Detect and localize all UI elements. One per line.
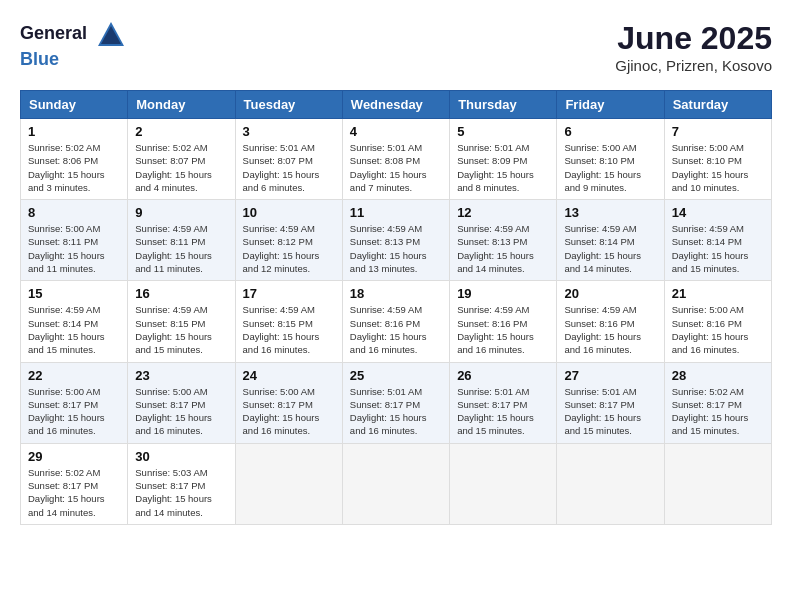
day-info: Sunrise: 4:59 AMSunset: 8:13 PMDaylight:… [457,222,549,275]
col-monday: Monday [128,91,235,119]
table-row: 22Sunrise: 5:00 AMSunset: 8:17 PMDayligh… [21,362,128,443]
calendar-subtitle: Gjinoc, Prizren, Kosovo [615,57,772,74]
day-info: Sunrise: 5:01 AMSunset: 8:17 PMDaylight:… [350,385,442,438]
day-info: Sunrise: 5:01 AMSunset: 8:07 PMDaylight:… [243,141,335,194]
table-row: 23Sunrise: 5:00 AMSunset: 8:17 PMDayligh… [128,362,235,443]
day-info: Sunrise: 5:00 AMSunset: 8:16 PMDaylight:… [672,303,764,356]
day-info: Sunrise: 5:03 AMSunset: 8:17 PMDaylight:… [135,466,227,519]
day-number: 11 [350,205,442,220]
day-info: Sunrise: 5:02 AMSunset: 8:17 PMDaylight:… [28,466,120,519]
calendar-week-row: 22Sunrise: 5:00 AMSunset: 8:17 PMDayligh… [21,362,772,443]
day-number: 2 [135,124,227,139]
day-number: 30 [135,449,227,464]
day-info: Sunrise: 5:00 AMSunset: 8:17 PMDaylight:… [135,385,227,438]
calendar-table: Sunday Monday Tuesday Wednesday Thursday… [20,90,772,525]
day-info: Sunrise: 5:00 AMSunset: 8:17 PMDaylight:… [28,385,120,438]
logo-text: General Blue [20,20,126,70]
day-number: 4 [350,124,442,139]
day-info: Sunrise: 4:59 AMSunset: 8:14 PMDaylight:… [672,222,764,275]
calendar-week-row: 15Sunrise: 4:59 AMSunset: 8:14 PMDayligh… [21,281,772,362]
col-thursday: Thursday [450,91,557,119]
table-row: 26Sunrise: 5:01 AMSunset: 8:17 PMDayligh… [450,362,557,443]
day-number: 19 [457,286,549,301]
table-row [342,443,449,524]
table-row: 6Sunrise: 5:00 AMSunset: 8:10 PMDaylight… [557,119,664,200]
col-saturday: Saturday [664,91,771,119]
logo-general: General [20,20,126,50]
day-info: Sunrise: 5:01 AMSunset: 8:17 PMDaylight:… [564,385,656,438]
table-row: 13Sunrise: 4:59 AMSunset: 8:14 PMDayligh… [557,200,664,281]
day-info: Sunrise: 4:59 AMSunset: 8:16 PMDaylight:… [457,303,549,356]
table-row: 18Sunrise: 4:59 AMSunset: 8:16 PMDayligh… [342,281,449,362]
day-number: 10 [243,205,335,220]
table-row: 11Sunrise: 4:59 AMSunset: 8:13 PMDayligh… [342,200,449,281]
day-number: 9 [135,205,227,220]
logo-blue-text: Blue [20,50,126,70]
table-row: 9Sunrise: 4:59 AMSunset: 8:11 PMDaylight… [128,200,235,281]
day-number: 17 [243,286,335,301]
table-row [557,443,664,524]
table-row: 12Sunrise: 4:59 AMSunset: 8:13 PMDayligh… [450,200,557,281]
day-number: 23 [135,368,227,383]
day-info: Sunrise: 4:59 AMSunset: 8:16 PMDaylight:… [564,303,656,356]
logo-general-text: General [20,23,87,43]
day-info: Sunrise: 5:02 AMSunset: 8:06 PMDaylight:… [28,141,120,194]
day-number: 26 [457,368,549,383]
calendar-week-row: 29Sunrise: 5:02 AMSunset: 8:17 PMDayligh… [21,443,772,524]
table-row: 28Sunrise: 5:02 AMSunset: 8:17 PMDayligh… [664,362,771,443]
table-row: 25Sunrise: 5:01 AMSunset: 8:17 PMDayligh… [342,362,449,443]
day-info: Sunrise: 5:01 AMSunset: 8:09 PMDaylight:… [457,141,549,194]
calendar-week-row: 8Sunrise: 5:00 AMSunset: 8:11 PMDaylight… [21,200,772,281]
table-row: 27Sunrise: 5:01 AMSunset: 8:17 PMDayligh… [557,362,664,443]
day-number: 15 [28,286,120,301]
calendar-title: June 2025 [615,20,772,57]
table-row: 21Sunrise: 5:00 AMSunset: 8:16 PMDayligh… [664,281,771,362]
table-row: 30Sunrise: 5:03 AMSunset: 8:17 PMDayligh… [128,443,235,524]
col-tuesday: Tuesday [235,91,342,119]
day-number: 18 [350,286,442,301]
page-header: General Blue June 2025 Gjinoc, Prizren, … [20,20,772,74]
day-info: Sunrise: 5:02 AMSunset: 8:07 PMDaylight:… [135,141,227,194]
day-info: Sunrise: 5:00 AMSunset: 8:10 PMDaylight:… [672,141,764,194]
day-number: 1 [28,124,120,139]
day-info: Sunrise: 5:01 AMSunset: 8:17 PMDaylight:… [457,385,549,438]
table-row: 10Sunrise: 4:59 AMSunset: 8:12 PMDayligh… [235,200,342,281]
day-info: Sunrise: 5:00 AMSunset: 8:11 PMDaylight:… [28,222,120,275]
calendar-header-row: Sunday Monday Tuesday Wednesday Thursday… [21,91,772,119]
table-row: 14Sunrise: 4:59 AMSunset: 8:14 PMDayligh… [664,200,771,281]
table-row: 17Sunrise: 4:59 AMSunset: 8:15 PMDayligh… [235,281,342,362]
day-info: Sunrise: 4:59 AMSunset: 8:11 PMDaylight:… [135,222,227,275]
day-number: 14 [672,205,764,220]
day-number: 16 [135,286,227,301]
table-row: 7Sunrise: 5:00 AMSunset: 8:10 PMDaylight… [664,119,771,200]
day-info: Sunrise: 5:01 AMSunset: 8:08 PMDaylight:… [350,141,442,194]
day-number: 24 [243,368,335,383]
table-row: 19Sunrise: 4:59 AMSunset: 8:16 PMDayligh… [450,281,557,362]
day-number: 21 [672,286,764,301]
day-number: 12 [457,205,549,220]
table-row: 3Sunrise: 5:01 AMSunset: 8:07 PMDaylight… [235,119,342,200]
day-info: Sunrise: 4:59 AMSunset: 8:12 PMDaylight:… [243,222,335,275]
table-row [450,443,557,524]
col-sunday: Sunday [21,91,128,119]
day-info: Sunrise: 4:59 AMSunset: 8:14 PMDaylight:… [564,222,656,275]
day-number: 27 [564,368,656,383]
day-info: Sunrise: 4:59 AMSunset: 8:13 PMDaylight:… [350,222,442,275]
col-friday: Friday [557,91,664,119]
day-number: 28 [672,368,764,383]
day-number: 13 [564,205,656,220]
table-row: 5Sunrise: 5:01 AMSunset: 8:09 PMDaylight… [450,119,557,200]
logo: General Blue [20,20,126,70]
day-number: 7 [672,124,764,139]
day-number: 22 [28,368,120,383]
day-number: 5 [457,124,549,139]
table-row: 15Sunrise: 4:59 AMSunset: 8:14 PMDayligh… [21,281,128,362]
table-row: 2Sunrise: 5:02 AMSunset: 8:07 PMDaylight… [128,119,235,200]
col-wednesday: Wednesday [342,91,449,119]
table-row: 4Sunrise: 5:01 AMSunset: 8:08 PMDaylight… [342,119,449,200]
day-info: Sunrise: 5:02 AMSunset: 8:17 PMDaylight:… [672,385,764,438]
title-section: June 2025 Gjinoc, Prizren, Kosovo [615,20,772,74]
day-number: 20 [564,286,656,301]
table-row: 1Sunrise: 5:02 AMSunset: 8:06 PMDaylight… [21,119,128,200]
day-info: Sunrise: 4:59 AMSunset: 8:16 PMDaylight:… [350,303,442,356]
